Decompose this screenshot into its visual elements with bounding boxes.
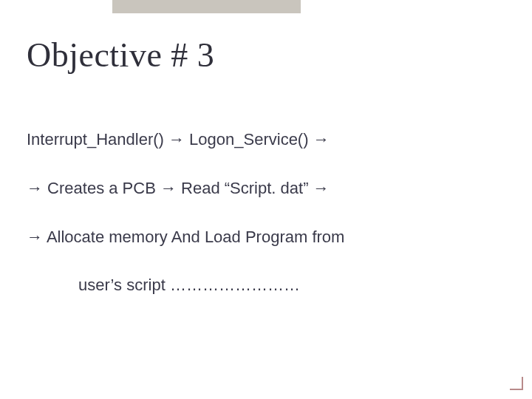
text-segment: Read “Script. dat” — [177, 179, 313, 197]
slide-body: Interrupt_Handler() → Logon_Service() → … — [27, 124, 505, 318]
body-line-4: user’s script …………………… — [27, 270, 505, 301]
arrow-icon: → — [160, 179, 177, 197]
arrow-icon: → — [313, 130, 330, 149]
arrow-icon: → — [313, 179, 330, 197]
arrow-icon: → — [168, 130, 185, 149]
body-line-1: Interrupt_Handler() → Logon_Service() → — [27, 124, 505, 155]
body-line-2: → Creates a PCB → Read “Script. dat” → — [27, 173, 505, 204]
text-segment: Allocate memory And Load Program from — [43, 228, 344, 246]
text-segment: Creates a PCB — [43, 179, 160, 197]
arrow-icon: → — [27, 228, 43, 246]
slide: Objective # 3 Interrupt_Handler() → Logo… — [0, 0, 532, 399]
corner-decoration-icon — [510, 377, 523, 390]
slide-title: Objective # 3 — [27, 35, 214, 75]
arrow-icon: → — [27, 179, 43, 197]
text-segment: user’s script …………………… — [78, 276, 300, 294]
text-segment: Interrupt_Handler() — [27, 130, 168, 149]
decorative-top-bar — [112, 0, 301, 13]
body-line-3: → Allocate memory And Load Program from — [27, 222, 505, 253]
text-segment: Logon_Service() — [185, 130, 313, 149]
